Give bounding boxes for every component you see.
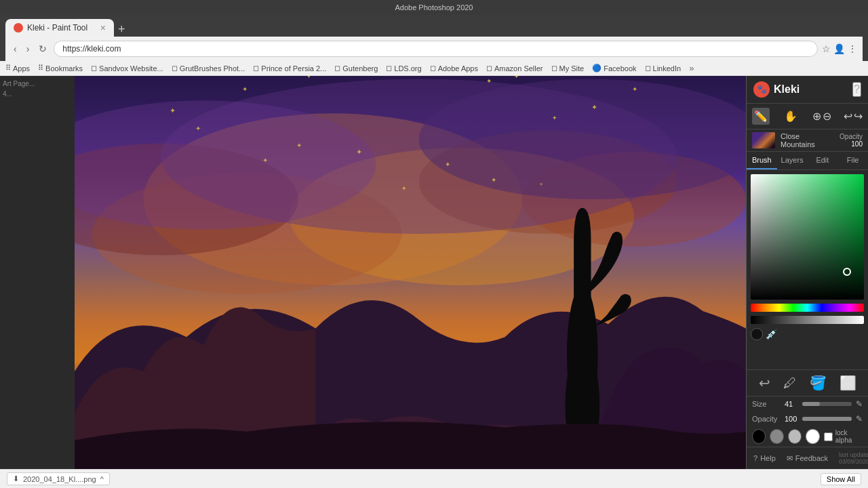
bookmark-mysite[interactable]: ◻ My Site [551, 64, 585, 73]
lightness-slider[interactable] [751, 316, 864, 324]
help-btn[interactable]: ? Help [753, 454, 776, 462]
swatch-light-grey[interactable] [788, 429, 802, 444]
eraser-tool-btn[interactable]: ⬜ [837, 373, 859, 393]
bookmark-star-btn[interactable]: ☆ [822, 43, 831, 54]
svg-text:✦: ✦ [445, 161, 450, 168]
svg-text:✦: ✦ [243, 85, 248, 93]
show-all-btn[interactable]: Show All [821, 473, 861, 485]
feedback-label: Feedback [795, 454, 828, 462]
lock-alpha-checkbox[interactable] [824, 432, 833, 441]
color-tools-row: 💉 [751, 328, 864, 340]
last-update-label: last update [839, 451, 868, 458]
forward-btn[interactable]: › [24, 42, 33, 56]
color-cursor [843, 268, 851, 276]
size-slider[interactable] [802, 402, 852, 406]
redo-btn[interactable]: ↪ [854, 110, 863, 123]
bookmark-linkedin[interactable]: ◻ LinkedIn [645, 64, 682, 73]
toolbar-row: ✏️ ✋ ⊕ ⊖ ↩ ↪ [747, 104, 868, 129]
opacity-slider-fill [802, 417, 852, 421]
undo-btn[interactable]: ↩ [844, 110, 852, 123]
svg-text:✦: ✦ [356, 148, 362, 156]
swatch-black[interactable] [752, 429, 766, 444]
swatch-white[interactable] [806, 429, 819, 444]
bookmarks-more-btn[interactable]: » [689, 63, 694, 73]
opacity-number: 100 [840, 140, 863, 148]
hue-slider[interactable] [751, 304, 864, 312]
zoom-controls: ⊕ ⊖ [812, 110, 831, 123]
brush-tools-row: ↩ 🖊 🪣 ⬜ [747, 369, 868, 396]
active-tab[interactable]: Kleki - Paint Tool × [5, 19, 114, 37]
size-slider-row: Size 41 ✎ [747, 396, 868, 411]
user-profile-btn[interactable]: 👤 [833, 43, 845, 54]
stamp-tool-btn[interactable]: 🖊 [781, 373, 799, 393]
swatch-grey[interactable] [770, 429, 783, 444]
zoom-out-btn[interactable]: ⊖ [823, 110, 831, 123]
lock-alpha-label[interactable]: lock alpha [824, 429, 863, 444]
size-edit-btn[interactable]: ✎ [856, 399, 863, 409]
bookmark-bookmarks[interactable]: ⠿ Bookmarks [38, 64, 83, 73]
menu-btn[interactable]: ⋮ [848, 43, 857, 54]
bookmark-gutenberg[interactable]: ◻ Gutenberg [334, 64, 378, 73]
panel-tabs-row: Brush Layers Edit File [747, 152, 868, 170]
download-item[interactable]: ⬇ 2020_04_18_Kl....png ^ [7, 472, 110, 485]
bookmark-amazon[interactable]: ◻ Amazon Seller [486, 64, 543, 73]
opacity-text-label: Opacity [840, 133, 863, 140]
undo-tool-btn[interactable]: ↩ [757, 373, 772, 393]
painting-canvas[interactable]: ✦ ✦ ✦ ✦ ✦ ✦ ✦ ✦ ✦ ✦ ✦ ✦ ✦ ✦ ✦ ✦ ✦ [75, 76, 746, 469]
canvas-thumbnail[interactable] [752, 132, 775, 148]
tab-close-btn[interactable]: × [100, 22, 106, 33]
url-bar[interactable]: https://kleki.com [54, 41, 818, 57]
download-expand-icon: ^ [100, 475, 104, 483]
kleki-logo-icon: 🐾 [753, 81, 770, 98]
back-btn[interactable]: ‹ [11, 42, 20, 56]
size-label: Size [752, 400, 781, 408]
tab-label: Kleki - Paint Tool [27, 23, 87, 33]
last-update-info: last update 03/09/2020 [839, 451, 868, 465]
zoom-in-btn[interactable]: ⊕ [812, 110, 821, 123]
bookmark-grut[interactable]: ◻ GrutBrushes Phot... [172, 64, 245, 73]
size-value: 41 [785, 400, 798, 408]
eyedropper-btn[interactable]: 💉 [766, 329, 777, 340]
tab-bar: Kleki - Paint Tool × + [5, 19, 863, 37]
nav-bar: ‹ › ↻ https://kleki.com ☆ 👤 ⋮ [5, 37, 863, 61]
refresh-btn[interactable]: ↻ [36, 42, 50, 56]
opacity-edit-btn[interactable]: ✎ [856, 414, 863, 424]
svg-text:✦: ✦ [591, 103, 597, 111]
tab-layers[interactable]: Layers [777, 152, 808, 169]
bookmark-adobe[interactable]: ◻ Adobe Apps [430, 64, 478, 73]
download-filename: 2020_04_18_Kl....png [23, 475, 96, 483]
svg-text:✦: ✦ [491, 176, 496, 184]
new-tab-btn[interactable]: + [114, 22, 130, 37]
tab-edit[interactable]: Edit [808, 152, 838, 169]
bookmark-facebook[interactable]: 🔵 Facebook [592, 64, 636, 73]
color-gradient-picker[interactable] [751, 174, 864, 300]
canvas-area[interactable]: ✦ ✦ ✦ ✦ ✦ ✦ ✦ ✦ ✦ ✦ ✦ ✦ ✦ ✦ ✦ ✦ ✦ [75, 76, 746, 469]
bookmark-apps[interactable]: ⠿ Apps [5, 64, 30, 73]
svg-text:✦: ✦ [486, 77, 492, 85]
feedback-btn[interactable]: ✉ Feedback [787, 454, 828, 463]
tab-file[interactable]: File [837, 152, 868, 169]
brush-tool-btn[interactable]: ✏️ [752, 108, 770, 125]
svg-text:✦: ✦ [170, 106, 176, 115]
svg-text:✦: ✦ [296, 142, 302, 149]
bookmark-prince[interactable]: ◻ Prince of Persia 2... [253, 64, 326, 73]
bookmark-lds[interactable]: ◻ LDS.org [386, 64, 421, 73]
svg-text:+: + [539, 181, 542, 188]
os-title: Adobe Photoshop 2020 [5, 3, 863, 12]
last-update-date: 03/09/2020 [839, 458, 868, 465]
hand-tool-btn[interactable]: ✋ [782, 108, 800, 125]
current-color-dot[interactable] [751, 328, 763, 340]
opacity-slider[interactable] [802, 417, 852, 421]
bookmarks-bar: ⠿ Apps ⠿ Bookmarks ◻ Sandvox Website... … [0, 61, 868, 76]
canvas-info-row: Close Mountains Opacity 100 [747, 129, 868, 152]
color-picker-area: 💉 [747, 170, 868, 369]
download-icon: ⬇ [13, 474, 19, 483]
kleki-panel: 🐾 Kleki ? ✏️ ✋ ⊕ ⊖ ↩ ↪ [746, 76, 868, 469]
opacity-display: Opacity 100 [840, 133, 863, 148]
bookmark-sandvox[interactable]: ◻ Sandvox Website... [91, 64, 163, 73]
svg-text:✦: ✦ [552, 115, 557, 121]
fill-tool-btn[interactable]: 🪣 [808, 373, 829, 393]
help-icon-btn[interactable]: ? [852, 82, 861, 97]
tab-brush[interactable]: Brush [747, 152, 777, 169]
svg-text:✦: ✦ [262, 157, 268, 164]
